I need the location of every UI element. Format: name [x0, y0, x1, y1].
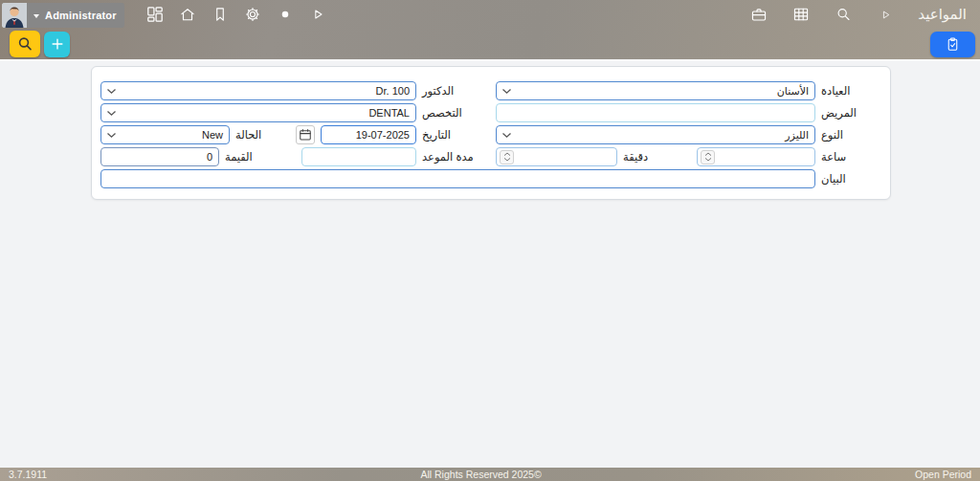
form-row: المريض التخصص DENTAL	[100, 103, 881, 122]
specialty-label: التخصص	[422, 106, 490, 120]
form-row: البيان	[100, 169, 881, 188]
amount-label: القيمة	[225, 150, 253, 164]
doctor-select[interactable]: Dr. 100	[100, 81, 416, 100]
amount-input[interactable]	[100, 147, 219, 166]
date-label: التاريخ	[422, 128, 490, 142]
search-icon	[16, 35, 33, 53]
plus-icon	[50, 36, 65, 52]
toolbar	[0, 29, 980, 59]
search-button[interactable]	[10, 31, 40, 57]
doctor-label: الدكتور	[422, 84, 490, 98]
chevron-down-icon	[501, 88, 512, 95]
duration-label: مدة الموعد	[422, 150, 490, 164]
add-button[interactable]	[44, 32, 70, 57]
avatar	[2, 3, 27, 28]
play-icon[interactable]	[874, 3, 897, 26]
chevron-down-icon	[106, 132, 117, 139]
spinner-arrows-icon[interactable]	[500, 150, 514, 164]
patient-input[interactable]	[496, 103, 815, 122]
specialty-select[interactable]: DENTAL	[100, 103, 416, 122]
nav-icons-left	[144, 3, 329, 26]
chevron-down-icon	[106, 110, 117, 117]
briefcase-icon[interactable]	[747, 3, 770, 26]
type-value: الليزر	[785, 129, 809, 142]
gear-icon[interactable]	[241, 3, 264, 26]
time-group: دقيقة	[496, 147, 815, 166]
hour-input[interactable]	[715, 149, 811, 164]
hour-label: ساعة	[821, 150, 881, 164]
note-label: البيان	[821, 172, 881, 186]
patient-label: المريض	[821, 106, 881, 120]
form-row: ساعة دقيقة	[100, 147, 881, 166]
table-grid-icon[interactable]	[790, 3, 813, 26]
hour-spinner[interactable]	[697, 147, 815, 166]
topbar: Administrator	[0, 0, 980, 29]
clinic-label: العيادة	[821, 84, 881, 98]
date-status-group: الحالة New	[100, 125, 416, 144]
clinic-value: الأسنان	[777, 85, 809, 98]
record-dot-icon[interactable]	[274, 3, 297, 26]
status-bar: 3.7.1911 All Rights Reserved 2025© Open …	[0, 468, 980, 481]
note-input[interactable]	[100, 169, 815, 188]
chevron-down-icon	[501, 132, 512, 139]
apps-icon[interactable]	[144, 3, 167, 26]
chevron-down-icon	[106, 88, 117, 95]
user-menu[interactable]: Administrator	[2, 3, 124, 28]
search-icon[interactable]	[832, 3, 855, 26]
date-input[interactable]	[321, 125, 416, 144]
duration-input[interactable]	[301, 147, 416, 166]
status-label: الحالة	[235, 128, 261, 142]
play-icon[interactable]	[306, 3, 329, 26]
calendar-icon	[299, 128, 312, 142]
caret-down-icon	[33, 14, 39, 21]
copyright-text: All Rights Reserved 2025©	[420, 469, 541, 480]
spinner-arrows-icon[interactable]	[701, 150, 715, 164]
main-content: العيادة الأسنان الدكتور Dr. 100 المر	[0, 59, 980, 468]
form-row: العيادة الأسنان الدكتور Dr. 100	[100, 81, 881, 100]
period-text: Open Period	[915, 469, 971, 480]
duration-amount-group: القيمة	[100, 147, 416, 166]
app-header: Administrator	[0, 0, 980, 59]
version-text: 3.7.1911	[9, 469, 47, 480]
home-icon[interactable]	[176, 3, 199, 26]
doctor-value: Dr. 100	[376, 85, 410, 97]
specialty-value: DENTAL	[368, 107, 410, 119]
form-row: النوع الليزر التاريخ	[100, 125, 881, 144]
user-name: Administrator	[45, 10, 117, 21]
status-value: New	[202, 129, 223, 141]
status-select[interactable]: New	[100, 125, 230, 144]
clipboard-check-icon	[945, 36, 961, 53]
bookmark-icon[interactable]	[209, 3, 232, 26]
page-title: المواعيد	[918, 6, 967, 23]
type-select[interactable]: الليزر	[496, 125, 815, 144]
minute-spinner[interactable]	[496, 147, 617, 166]
minute-label: دقيقة	[623, 150, 648, 164]
type-label: النوع	[821, 128, 881, 142]
minute-input[interactable]	[514, 149, 612, 164]
appointment-form: العيادة الأسنان الدكتور Dr. 100 المر	[91, 66, 891, 200]
calendar-button[interactable]	[296, 125, 315, 144]
tasks-button[interactable]	[930, 32, 975, 57]
app-window: Administrator	[0, 0, 980, 481]
nav-icons-right	[747, 3, 897, 26]
clinic-select[interactable]: الأسنان	[496, 81, 815, 100]
